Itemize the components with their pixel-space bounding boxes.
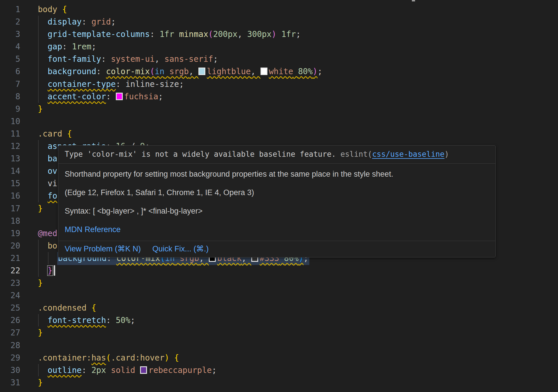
token: ; bbox=[111, 17, 116, 27]
code-line[interactable]: 25.condensed { bbox=[0, 302, 558, 314]
token: } bbox=[38, 204, 43, 213]
code-line[interactable]: 30 outline: 2px solid rebeccapurple; bbox=[0, 364, 558, 376]
token: fo bbox=[48, 191, 57, 201]
code-text: grid-template-columns: 1fr minmax(200px,… bbox=[38, 28, 301, 40]
line-number: 31 bbox=[0, 376, 20, 389]
code-line[interactable]: 26 font-stretch: 50%; bbox=[0, 314, 558, 326]
token: .container: bbox=[38, 353, 91, 363]
token: ( bbox=[106, 353, 111, 363]
warning-squiggle: color-mix(in srgb, lightblue, white 80%) bbox=[106, 67, 317, 76]
color-swatch[interactable] bbox=[116, 93, 123, 100]
token: ( bbox=[208, 29, 213, 39]
color-swatch[interactable] bbox=[140, 366, 147, 374]
code-line[interactable]: 8 accent-color: fuchsia; bbox=[0, 90, 558, 103]
code-line[interactable]: 22 } bbox=[0, 264, 558, 277]
token: grid-template-columns bbox=[48, 29, 150, 39]
color-swatch[interactable] bbox=[198, 68, 205, 75]
token bbox=[164, 67, 169, 76]
line-number: 4 bbox=[0, 40, 20, 53]
text-cursor bbox=[54, 265, 55, 276]
code-text: } bbox=[38, 326, 43, 339]
token: accent-color bbox=[48, 92, 106, 101]
line-number: 8 bbox=[0, 90, 20, 103]
code-text: .condensed { bbox=[38, 302, 96, 314]
code-text: outline: 2px solid rebeccapurple; bbox=[38, 364, 217, 376]
token: 50% bbox=[116, 316, 131, 325]
line-number: 1 bbox=[0, 3, 20, 16]
line-number: 5 bbox=[0, 53, 20, 65]
code-line[interactable]: 4 gap: 1rem; bbox=[0, 40, 558, 53]
code-text: bo bbox=[38, 240, 57, 252]
token: inline-size bbox=[125, 79, 179, 89]
code-line[interactable]: 27} bbox=[0, 326, 558, 339]
code-line[interactable]: 9} bbox=[0, 103, 558, 115]
color-swatch[interactable] bbox=[261, 68, 267, 75]
token: ; bbox=[158, 92, 163, 101]
token: 200px bbox=[213, 29, 237, 39]
code-line[interactable]: 3 grid-template-columns: 1fr minmax(200p… bbox=[0, 28, 558, 40]
code-line[interactable]: 1body { bbox=[0, 3, 558, 16]
token: } bbox=[38, 378, 43, 387]
token: vi bbox=[48, 179, 57, 188]
code-line[interactable]: 11.card { bbox=[0, 128, 558, 140]
token: .condensed bbox=[38, 303, 91, 313]
mdn-reference-link[interactable]: MDN Reference bbox=[65, 225, 121, 234]
warning-squiggle: outline bbox=[48, 365, 82, 375]
token: : bbox=[106, 316, 116, 325]
code-line[interactable]: 10 bbox=[0, 115, 558, 128]
token: } bbox=[38, 278, 43, 288]
token bbox=[169, 353, 174, 363]
token: white bbox=[261, 67, 293, 76]
token: ( bbox=[150, 67, 155, 76]
line-number: 29 bbox=[0, 352, 20, 364]
code-line[interactable]: 29.container:has(.card:hover) { bbox=[0, 352, 558, 364]
quick-fix-button[interactable]: Quick Fix... (⌘.) bbox=[152, 244, 209, 253]
token: { bbox=[67, 129, 72, 139]
token: in bbox=[155, 67, 165, 76]
token: outline bbox=[48, 365, 82, 375]
token: ; bbox=[213, 54, 218, 64]
token: , bbox=[237, 29, 247, 39]
hover-documentation: Shorthand property for setting most back… bbox=[58, 164, 495, 241]
token: font-family bbox=[48, 54, 101, 64]
token: gap bbox=[48, 42, 62, 51]
code-text: .container:has(.card:hover) { bbox=[38, 352, 179, 364]
token: , bbox=[251, 67, 261, 76]
token: 300px bbox=[247, 29, 271, 39]
token: ) bbox=[271, 29, 276, 39]
code-line[interactable]: 23} bbox=[0, 277, 558, 289]
line-number: 30 bbox=[0, 364, 20, 376]
eslint-rule-link[interactable]: css/use-baseline bbox=[372, 150, 444, 158]
code-text: } bbox=[38, 264, 55, 277]
warning-squiggle: font-stretch bbox=[48, 316, 106, 325]
token: 2px bbox=[91, 365, 106, 375]
code-text: .card { bbox=[38, 128, 72, 140]
token: , bbox=[155, 54, 165, 64]
code-line[interactable]: 24 bbox=[0, 289, 558, 302]
line-number: 28 bbox=[0, 339, 20, 352]
token: minmax bbox=[179, 29, 208, 39]
diagnostic-text: Type 'color-mix' is not a widely availab… bbox=[65, 150, 341, 158]
code-line[interactable]: 7 container-type: inline-size; bbox=[0, 78, 558, 90]
code-line[interactable]: 6 background: color-mix(in srgb, lightbl… bbox=[0, 65, 558, 78]
code-line[interactable]: 5 font-family: system-ui, sans-serif; bbox=[0, 53, 558, 65]
token: ) bbox=[164, 353, 169, 363]
code-line[interactable]: 31} bbox=[0, 376, 558, 389]
code-text: display: grid; bbox=[38, 16, 116, 28]
line-number: 20 bbox=[0, 240, 20, 252]
line-number: 25 bbox=[0, 302, 20, 314]
code-line[interactable]: 28 bbox=[0, 339, 558, 352]
line-number: 6 bbox=[0, 65, 20, 78]
view-problem-button[interactable]: View Problem (⌘K N) bbox=[65, 244, 141, 253]
hover-tooltip: Type 'color-mix' is not a widely availab… bbox=[58, 145, 496, 257]
line-number: 26 bbox=[0, 314, 20, 326]
diagnostic-message: Type 'color-mix' is not a widely availab… bbox=[58, 145, 495, 164]
diagnostic-source-close: ) bbox=[444, 150, 449, 158]
code-line[interactable]: 2 display: grid; bbox=[0, 16, 558, 28]
code-text: } bbox=[38, 277, 43, 289]
token: fuchsia bbox=[116, 92, 158, 101]
token bbox=[174, 29, 179, 39]
line-number: 21 bbox=[0, 252, 20, 264]
line-number: 22 bbox=[0, 264, 20, 277]
line-number: 3 bbox=[0, 28, 20, 40]
